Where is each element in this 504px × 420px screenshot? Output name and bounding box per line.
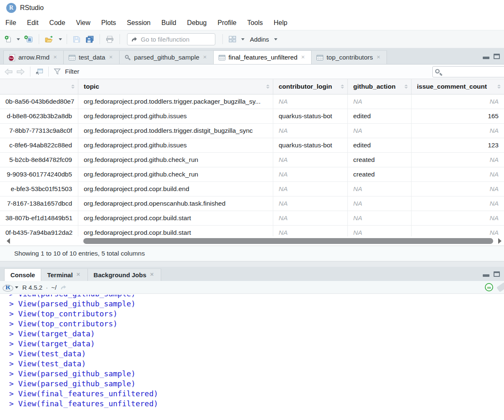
cell: org.fedoraproject.prod.copr.build.start — [78, 211, 273, 225]
column-header-topic[interactable]: topic — [78, 79, 273, 94]
tab-final_features_unfiltered[interactable]: final_features_unfiltered — [214, 50, 312, 64]
addins-menu[interactable]: Addins — [250, 36, 269, 43]
menu-item-edit[interactable]: Edit — [22, 19, 44, 27]
scroll-left-icon[interactable] — [7, 238, 10, 244]
tab-arrow.Rmd[interactable]: arrow.Rmd — [3, 50, 64, 64]
cell: NA — [412, 153, 504, 167]
cell: org.fedoraproject.prod.github.check_run — [78, 153, 273, 167]
table-search-box[interactable] — [432, 66, 504, 77]
chevron-down-icon[interactable] — [274, 38, 277, 40]
save-all-button[interactable] — [85, 35, 95, 44]
tab-test_data[interactable]: test_data — [64, 50, 120, 64]
svg-text:R: R — [28, 37, 31, 42]
sort-icon — [497, 84, 501, 89]
column-header-contributor_login[interactable]: contributor_login — [273, 79, 348, 94]
chevron-down-icon[interactable] — [241, 38, 245, 40]
new-file-icon — [5, 35, 12, 43]
clipped-console-line: > View(parsed_github_sample) — [9, 295, 504, 299]
rmd-file-icon — [9, 54, 15, 61]
menu-item-session[interactable]: Session — [122, 19, 156, 27]
chevron-down-icon[interactable] — [17, 38, 20, 40]
new-project-button[interactable]: R — [23, 34, 34, 44]
cell: NA — [273, 167, 348, 181]
cell: 0f-b435-7a94ba912da2 — [0, 226, 78, 236]
console-line: > View(test_data) — [9, 349, 504, 359]
tab-label: top_contributors — [327, 54, 373, 61]
print-button[interactable] — [105, 35, 115, 44]
tab-top_contributors[interactable]: top_contributors — [312, 50, 387, 64]
toolbar-separator — [30, 67, 30, 77]
menu-item-file[interactable]: File — [0, 19, 22, 27]
main-toolbar: R Addins — [0, 30, 504, 48]
goto-directory-arrow-icon[interactable] — [60, 285, 68, 290]
console-output[interactable]: > View(parsed_github_sample) > View(pars… — [0, 294, 504, 420]
minimize-pane-icon[interactable] — [483, 54, 489, 59]
table-icon — [317, 55, 323, 60]
column-header-issue_comment_count[interactable]: issue_comment_count — [412, 79, 504, 94]
console-line: > View(final_features_unfiltered) — [9, 399, 504, 409]
print-icon — [106, 36, 114, 43]
close-icon[interactable] — [53, 55, 58, 60]
cell: NA — [273, 211, 348, 225]
memory-usage-icon[interactable]: ∞ — [485, 283, 493, 291]
scrollbar-thumb[interactable] — [83, 238, 493, 244]
table-row: c-8fe6-94ab822c88edorg.fedoraproject.pro… — [0, 138, 504, 153]
minimize-pane-icon[interactable] — [483, 271, 489, 277]
cell: e-bfe3-53bc01f51503 — [0, 182, 78, 196]
back-arrow-icon[interactable] — [4, 68, 13, 75]
menu-item-code[interactable]: Code — [44, 19, 70, 27]
close-icon[interactable] — [376, 55, 382, 60]
maximize-pane-icon[interactable] — [494, 271, 500, 277]
table-search-input[interactable] — [444, 69, 498, 75]
column-header-github_action[interactable]: github_action — [348, 79, 412, 94]
sort-icon — [341, 84, 344, 89]
menu-item-debug[interactable]: Debug — [182, 19, 212, 27]
cell: edited — [348, 138, 412, 152]
console-line: > View(test_data) — [9, 359, 504, 369]
close-icon[interactable] — [109, 55, 114, 60]
cell: NA — [412, 182, 504, 196]
menu-item-plots[interactable]: Plots — [96, 19, 122, 27]
chevron-down-icon[interactable] — [59, 38, 62, 40]
close-icon[interactable] — [301, 55, 306, 60]
close-icon[interactable] — [203, 55, 208, 60]
menu-item-profile[interactable]: Profile — [212, 19, 242, 27]
chevron-down-icon[interactable] — [15, 286, 18, 288]
menu-bar: FileEditCodeViewPlotsSessionBuildDebugPr… — [0, 16, 504, 30]
column-header-rowid[interactable] — [0, 79, 78, 94]
close-icon[interactable] — [150, 272, 155, 278]
save-button[interactable] — [72, 35, 82, 44]
tab-background-jobs[interactable]: Background Jobs — [88, 268, 162, 281]
console-line: > View(parsed_github_sample) — [9, 369, 504, 379]
tab-terminal[interactable]: Terminal — [41, 268, 87, 281]
filter-button[interactable]: Filter — [65, 68, 79, 75]
close-icon[interactable] — [76, 272, 82, 278]
forward-arrow-icon[interactable] — [16, 68, 25, 75]
console-prompt-line[interactable]: > — [9, 409, 504, 420]
tab-parsed_github_sample[interactable]: parsed_github_sample — [120, 50, 214, 64]
tab-console[interactable]: Console — [4, 268, 41, 281]
open-file-button[interactable] — [44, 35, 55, 44]
new-file-button[interactable] — [3, 34, 13, 44]
popout-window-icon[interactable] — [35, 68, 43, 75]
scroll-right-icon[interactable] — [498, 238, 502, 244]
goto-file-input[interactable] — [141, 36, 207, 43]
cell: 9-9093-601774240db5 — [0, 167, 78, 181]
save-all-icon — [86, 36, 94, 43]
maximize-pane-icon[interactable] — [494, 54, 500, 59]
column-label: github_action — [353, 83, 396, 90]
pane-divider[interactable] — [0, 261, 504, 267]
goto-arrow-icon — [131, 36, 137, 42]
menu-item-view[interactable]: View — [71, 19, 96, 27]
clear-console-icon[interactable] — [497, 282, 504, 292]
console-header: R R 4.5.2 · ~/ ∞ — [0, 281, 504, 294]
working-directory-label[interactable]: ~/ — [51, 284, 57, 291]
filter-funnel-icon[interactable] — [54, 68, 61, 75]
panes-layout-button[interactable] — [227, 35, 237, 44]
goto-file-box[interactable] — [127, 33, 215, 45]
menu-item-tools[interactable]: Tools — [242, 19, 268, 27]
cell: NA — [412, 94, 504, 109]
menu-item-build[interactable]: Build — [156, 19, 182, 27]
horizontal-scrollbar[interactable] — [0, 236, 504, 246]
menu-item-help[interactable]: Help — [268, 19, 293, 27]
